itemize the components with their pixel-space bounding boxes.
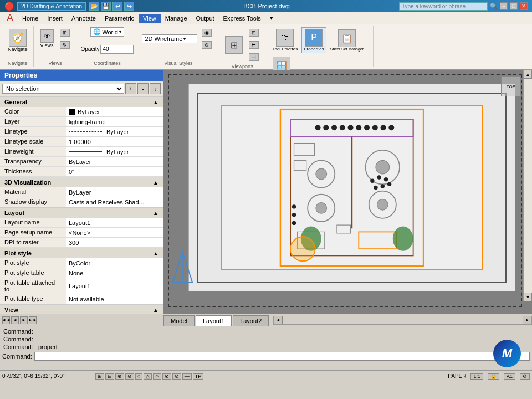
window-controls[interactable]: − □ ✕ xyxy=(500,2,528,10)
views-group-label: Views xyxy=(49,60,62,66)
svg-rect-30 xyxy=(359,232,396,249)
plot-collapse-arrow: ▲ xyxy=(153,250,158,257)
search-input[interactable] xyxy=(399,2,488,11)
view-top-btn[interactable]: ⊞ xyxy=(57,27,73,38)
scroll-up-btn[interactable]: ▲ xyxy=(524,70,532,79)
grid-btn[interactable]: ⊟ xyxy=(105,373,114,380)
command-line-1: Command: xyxy=(2,328,530,335)
prop-action-btn2[interactable]: - xyxy=(137,83,149,94)
viewport-btn2[interactable]: ⊡ xyxy=(246,27,262,38)
polar-btn[interactable]: ○ xyxy=(135,373,142,380)
menu-home[interactable]: Home xyxy=(18,14,43,23)
view-section-header[interactable]: View ▲ xyxy=(0,305,163,314)
lock-btn[interactable]: 🔒 xyxy=(488,373,499,380)
menu-parametric[interactable]: Parametric xyxy=(100,14,139,23)
hscroll-right-btn[interactable]: ► xyxy=(523,316,531,324)
viewport-btn4[interactable]: ⊣ xyxy=(246,52,262,63)
selection-dropdown[interactable]: No selection xyxy=(2,84,124,94)
menu-annotate[interactable]: Annotate xyxy=(67,14,100,23)
sheet-set-btn[interactable]: 📋 Sheet Set Manager xyxy=(328,28,366,53)
general-section-header[interactable]: General ▲ xyxy=(0,97,163,107)
hscroll-left-btn[interactable]: ◄ xyxy=(274,316,283,324)
tab-navigation: ◄◄ ◄ ► ►► xyxy=(0,316,163,324)
navigate-btn[interactable]: 🧭 Navigate xyxy=(6,27,30,54)
tab-model[interactable]: Model xyxy=(163,315,195,326)
visual-style-btn2[interactable]: ⊙ xyxy=(199,39,214,50)
horizontal-scrollbar[interactable]: ◄ ► xyxy=(273,316,532,325)
menu-manage[interactable]: Manage xyxy=(161,14,192,23)
prop-action-btn3[interactable]: ↓ xyxy=(150,83,161,94)
logo-letter: M xyxy=(502,346,512,361)
menu-bar: A Home Insert Annotate Parametric View M… xyxy=(0,12,532,24)
coordinates-display: 0'-9/32", 0'-6 19/32", 0'-0" xyxy=(2,373,91,379)
dyn-btn[interactable]: ⊙ xyxy=(172,373,181,380)
nav-cube[interactable]: TOP xyxy=(501,76,521,96)
svg-point-34 xyxy=(292,213,296,217)
ribbon: 🧭 Navigate Navigate 👁 Views ⊞ ↻ xyxy=(0,24,532,70)
plot-style-table-row: Plot style table None xyxy=(0,268,163,278)
selection-row: No selection + - ↓ xyxy=(0,81,163,97)
linetype-row: Linetype ByLayer xyxy=(0,127,163,137)
properties-panel-title: Properties xyxy=(0,70,163,81)
svg-point-10 xyxy=(372,125,378,130)
menu-output[interactable]: Output xyxy=(192,14,219,23)
tab-layout2[interactable]: Layout2 xyxy=(233,315,269,326)
ducs-btn[interactable]: ⊗ xyxy=(162,373,171,380)
viewport-btn[interactable]: ⊞ xyxy=(223,34,245,55)
thickness-row: Thickness 0" xyxy=(0,167,163,177)
osnap-btn[interactable]: △ xyxy=(144,373,152,380)
scroll-down-btn[interactable]: ▼ xyxy=(524,293,532,301)
model-toggle[interactable]: ⊞ xyxy=(95,373,104,380)
menu-more[interactable]: ▾ xyxy=(265,13,278,23)
layer-row: Layer lighting-frame xyxy=(0,117,163,127)
visual-style-btn1[interactable]: ◉ xyxy=(199,27,214,38)
otrack-btn[interactable]: ∞ xyxy=(153,373,161,380)
command-line-3: Command: _propert xyxy=(2,343,530,351)
maximize-button[interactable]: □ xyxy=(510,2,518,10)
svg-point-17 xyxy=(316,203,327,214)
tab-nav-next[interactable]: ► xyxy=(20,316,28,324)
vertical-scrollbar[interactable]: ▲ ▼ xyxy=(523,70,532,301)
title-bar-left: 🔴 2D Drafting & Annotation 📂 💾 ↩ ↪ xyxy=(4,2,134,11)
close-button[interactable]: ✕ xyxy=(520,2,528,10)
view-rotate-btn[interactable]: ↻ xyxy=(57,39,73,50)
views-btn[interactable]: 👁 Views xyxy=(38,28,56,50)
properties-btn[interactable]: P Properties xyxy=(301,27,326,53)
world-dropdown[interactable]: 🌐 World ▾ xyxy=(90,27,124,37)
scale-btn[interactable]: 1:1 xyxy=(470,373,483,380)
lw-btn[interactable]: ― xyxy=(182,373,192,380)
snap-btn[interactable]: ⊕ xyxy=(115,373,124,380)
minimize-button[interactable]: − xyxy=(500,2,508,10)
app-icon: 🔴 xyxy=(4,2,14,11)
svg-point-3 xyxy=(315,125,321,130)
plot-style-section-header[interactable]: Plot style ▲ xyxy=(0,248,163,258)
visualization-section-header[interactable]: 3D Visualization ▲ xyxy=(0,177,163,187)
viewport-btn3[interactable]: ⊢ xyxy=(246,39,262,50)
annotation-btn[interactable]: A1 xyxy=(504,373,515,380)
tab-nav-prev[interactable]: ◄ xyxy=(11,316,19,324)
tab-nav-first[interactable]: ◄◄ xyxy=(2,316,10,324)
wireframe-dropdown[interactable]: 2D Wireframe ▾ xyxy=(142,34,197,43)
workspace-btn[interactable]: ⚙ xyxy=(520,373,530,380)
command-input[interactable] xyxy=(34,352,530,361)
tab-nav-last[interactable]: ►► xyxy=(29,316,37,324)
svg-point-26 xyxy=(381,184,385,188)
opacity-input[interactable]: 40 xyxy=(100,45,134,54)
workspace-selector[interactable]: 2D Drafting & Annotation xyxy=(17,2,86,11)
menu-view[interactable]: View xyxy=(139,14,161,23)
prop-action-btn1[interactable]: + xyxy=(125,83,136,94)
page-setup-row: Page setup name <None> xyxy=(0,228,163,238)
menu-express-tools[interactable]: Express Tools xyxy=(219,14,265,23)
drawing-area[interactable]: ▲ ▼ TOP xyxy=(163,70,532,314)
layout-section-header[interactable]: Layout ▲ xyxy=(0,208,163,218)
viewports-group: ⊞ ⊡ ⊢ ⊣ Viewports xyxy=(219,26,265,67)
general-section: General ▲ Color ByLayer Layer lighting-f… xyxy=(0,97,163,177)
command-prompt: Command: xyxy=(2,353,32,360)
tp-btn[interactable]: TP xyxy=(193,373,204,380)
menu-insert[interactable]: Insert xyxy=(43,14,67,23)
menu-file[interactable]: A xyxy=(2,11,18,25)
tab-layout1[interactable]: Layout1 xyxy=(196,315,232,326)
tool-palettes-btn[interactable]: 🗂 Tool Palettes xyxy=(270,27,300,53)
coordinates-group: 🌐 World ▾ Opacity 40 Coordinates xyxy=(78,26,138,67)
ortho-btn[interactable]: ⊖ xyxy=(125,373,134,380)
